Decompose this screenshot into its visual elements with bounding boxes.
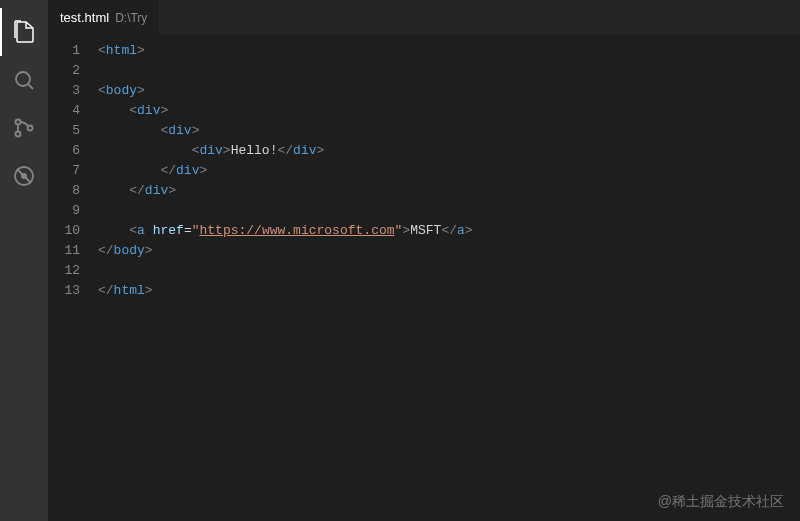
line-number: 11	[48, 241, 98, 261]
line-number: 12	[48, 261, 98, 281]
code-content[interactable]: <html><body> <div> <div> <div>Hello!</di…	[98, 35, 800, 521]
tab-filename: test.html	[60, 10, 109, 25]
code-line[interactable]: <html>	[98, 41, 800, 61]
code-line[interactable]: </div>	[98, 181, 800, 201]
watermark: @稀土掘金技术社区	[658, 493, 784, 511]
code-line[interactable]: </html>	[98, 281, 800, 301]
code-line[interactable]: <div>	[98, 101, 800, 121]
line-number: 1	[48, 41, 98, 61]
code-line[interactable]: <a href="https://www.microsoft.com">MSFT…	[98, 221, 800, 241]
line-number: 6	[48, 141, 98, 161]
line-number: 4	[48, 101, 98, 121]
source-control-icon[interactable]	[0, 104, 48, 152]
line-number: 3	[48, 81, 98, 101]
line-number: 13	[48, 281, 98, 301]
search-icon[interactable]	[0, 56, 48, 104]
line-number: 7	[48, 161, 98, 181]
svg-line-1	[28, 84, 33, 89]
svg-point-2	[16, 120, 21, 125]
editor-tab[interactable]: test.html D:\Try	[48, 0, 159, 35]
code-line[interactable]	[98, 201, 800, 221]
code-line[interactable]: <body>	[98, 81, 800, 101]
code-line[interactable]: </body>	[98, 241, 800, 261]
activity-bar	[0, 0, 48, 521]
line-number: 9	[48, 201, 98, 221]
line-number: 10	[48, 221, 98, 241]
code-line[interactable]	[98, 61, 800, 81]
tab-bar: test.html D:\Try	[48, 0, 800, 35]
line-number: 5	[48, 121, 98, 141]
svg-point-4	[28, 126, 33, 131]
svg-point-3	[16, 132, 21, 137]
code-line[interactable]	[98, 261, 800, 281]
svg-point-0	[16, 72, 30, 86]
code-line[interactable]: </div>	[98, 161, 800, 181]
explorer-icon[interactable]	[0, 8, 48, 56]
debug-icon[interactable]	[0, 152, 48, 200]
code-line[interactable]: <div>Hello!</div>	[98, 141, 800, 161]
code-editor[interactable]: 12345678910111213 <html><body> <div> <di…	[48, 35, 800, 521]
line-number: 2	[48, 61, 98, 81]
tab-path: D:\Try	[115, 11, 147, 25]
line-number-gutter: 12345678910111213	[48, 35, 98, 521]
line-number: 8	[48, 181, 98, 201]
code-line[interactable]: <div>	[98, 121, 800, 141]
svg-point-7	[21, 173, 27, 179]
